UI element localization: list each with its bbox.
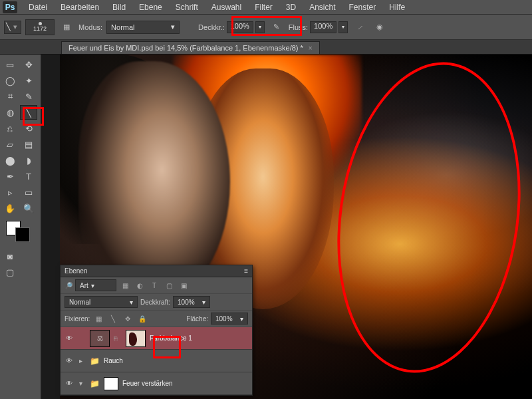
menu-layer[interactable]: Ebene	[133, 1, 168, 13]
layer-name[interactable]: Feuer verstärken	[122, 380, 173, 387]
lock-transparent-icon[interactable]: ▦	[92, 313, 104, 324]
pressure-opacity-icon[interactable]: ✎	[269, 20, 285, 35]
layer-opacity-value: 100%	[178, 299, 195, 306]
brush-size-value: 1172	[33, 25, 47, 32]
document-tab[interactable]: Feuer und Eis by MDI.psd bei 14,5% (Farb…	[61, 41, 320, 54]
layer-filter-value: Art	[80, 282, 88, 289]
layer-row-farbbalance[interactable]: 👁 ⚖ ⎘ Farbbalance 1	[61, 327, 252, 350]
brush-panel-toggle-icon[interactable]: ▦	[59, 20, 74, 35]
color-swatches[interactable]	[6, 221, 35, 243]
tool-type[interactable]: T	[20, 169, 37, 184]
link-icon[interactable]: ⎘	[114, 335, 122, 342]
layer-name[interactable]: Farbbalance 1	[150, 334, 192, 342]
filter-type-icon[interactable]: T	[148, 280, 160, 291]
flow-field[interactable]: 100%	[310, 21, 336, 33]
group-mask-thumb[interactable]	[104, 377, 118, 390]
lock-all-icon[interactable]: 🔒	[136, 313, 148, 324]
tool-hand[interactable]: ✋	[1, 201, 19, 215]
menu-filter[interactable]: Filter	[249, 1, 279, 13]
chevron-down-icon: ▾	[91, 282, 94, 289]
search-icon[interactable]: 🔎	[65, 282, 72, 289]
filter-smart-icon[interactable]: ▣	[178, 280, 190, 291]
background-swatch[interactable]	[15, 227, 30, 242]
tool-brush[interactable]: ╲	[20, 105, 37, 120]
tool-path-select[interactable]: ▹	[1, 185, 19, 200]
menu-select[interactable]: Auswahl	[205, 1, 247, 13]
visibility-toggle-icon[interactable]: 👁	[63, 357, 75, 364]
visibility-toggle-icon[interactable]: 👁	[63, 380, 75, 387]
tool-shape[interactable]: ▭	[20, 185, 37, 200]
adjustment-thumb[interactable]: ⚖	[90, 330, 110, 347]
layers-tab-header: Ebenen ≡	[61, 265, 252, 277]
blend-mode-select[interactable]: Normal ▾	[106, 21, 180, 34]
layers-panel: Ebenen ≡ 🔎 Art ▾ ▦ ◐ T ▢ ▣ Normal ▾ Deck…	[60, 265, 253, 396]
layer-fill-field[interactable]: 100% ▾	[211, 313, 248, 325]
document-tab-bar: Feuer und Eis by MDI.psd bei 14,5% (Farb…	[0, 40, 532, 55]
tool-move[interactable]: ✥	[20, 57, 37, 72]
pressure-size-icon[interactable]: ◉	[372, 20, 388, 35]
visibility-toggle-icon[interactable]: 👁	[63, 334, 75, 342]
folder-icon: 📁	[90, 379, 100, 388]
tool-pen[interactable]: ✒	[1, 169, 19, 184]
tool-eraser[interactable]: ▱	[1, 137, 19, 152]
airbrush-toggle-icon[interactable]: ⟋	[352, 20, 368, 35]
expand-icon[interactable]: ▸	[79, 357, 86, 364]
layer-name[interactable]: Rauch	[104, 357, 123, 364]
expand-icon[interactable]: ▾	[79, 380, 86, 387]
chevron-down-icon: ▾	[202, 299, 205, 306]
close-icon[interactable]: ×	[309, 45, 313, 52]
tool-history-brush[interactable]: ⟲	[20, 121, 37, 136]
tool-dodge[interactable]: ◗	[20, 153, 37, 168]
layer-blend-select[interactable]: Normal ▾	[65, 296, 138, 308]
brush-icon: ╲	[6, 23, 11, 31]
layer-filter-select[interactable]: Art ▾	[75, 279, 116, 291]
chevron-down-icon: ▾	[171, 23, 175, 31]
brush-preset-picker[interactable]: 1172	[25, 19, 55, 35]
layer-blend-value: Normal	[69, 299, 90, 306]
filter-shape-icon[interactable]: ▢	[163, 280, 175, 291]
menu-help[interactable]: Hilfe	[383, 1, 411, 13]
flow-dropdown[interactable]: ▾	[338, 21, 348, 33]
layer-opacity-field[interactable]: 100% ▾	[173, 296, 210, 308]
menu-edit[interactable]: Bearbeiten	[55, 1, 105, 13]
filter-pixel-icon[interactable]: ▦	[119, 280, 131, 291]
menu-file[interactable]: Datei	[23, 1, 53, 13]
opacity-group: Deckkr.: 100% ▾	[198, 21, 265, 33]
tool-eyedropper[interactable]: ✎	[20, 89, 37, 104]
mode-label: Modus:	[78, 23, 102, 31]
balance-icon: ⚖	[97, 334, 103, 342]
tool-zoom[interactable]: 🔍	[20, 201, 37, 215]
opacity-field[interactable]: 100%	[227, 21, 253, 33]
layers-tab-label[interactable]: Ebenen	[65, 267, 87, 275]
lock-pixels-icon[interactable]: ╲	[107, 313, 119, 324]
menu-window[interactable]: Fenster	[343, 1, 382, 13]
tool-clone[interactable]: ⎌	[1, 121, 19, 136]
tool-marquee[interactable]: ▭	[1, 57, 19, 72]
lock-label: Fixieren:	[65, 315, 90, 323]
layer-opacity-label: Deckkraft:	[140, 299, 170, 306]
menu-view[interactable]: Ansicht	[303, 1, 341, 13]
layer-mask-thumb[interactable]	[126, 330, 146, 347]
filter-adjust-icon[interactable]: ◐	[134, 280, 146, 291]
panel-menu-icon[interactable]: ≡	[244, 267, 248, 275]
layer-fill-value: 100%	[215, 315, 233, 323]
screenmode-toggle[interactable]: ▢	[1, 265, 19, 279]
tool-gradient[interactable]: ▤	[20, 137, 37, 152]
menu-3d[interactable]: 3D	[280, 1, 302, 13]
tool-heal[interactable]: ◍	[1, 105, 19, 120]
tool-crop[interactable]: ⌗	[1, 89, 19, 104]
quickmask-toggle[interactable]: ◙	[1, 249, 19, 263]
layer-row-feuer[interactable]: 👁 ▾ 📁 Feuer verstärken	[61, 372, 252, 395]
layer-row-rauch[interactable]: 👁 ▸ 📁 Rauch	[61, 350, 252, 372]
tool-lasso[interactable]: ◯	[1, 73, 19, 88]
folder-icon: 📁	[90, 356, 100, 366]
lock-position-icon[interactable]: ✥	[122, 313, 134, 324]
blend-mode-value: Normal	[111, 23, 134, 31]
current-tool-icon[interactable]: ╲▾	[4, 21, 21, 34]
chevron-down-icon: ▾	[11, 23, 20, 31]
menu-type[interactable]: Schrift	[170, 1, 204, 13]
tool-blur[interactable]: ⬤	[1, 153, 19, 168]
menu-image[interactable]: Bild	[106, 1, 132, 13]
tool-wand[interactable]: ✦	[20, 73, 37, 88]
opacity-dropdown[interactable]: ▾	[255, 21, 265, 33]
